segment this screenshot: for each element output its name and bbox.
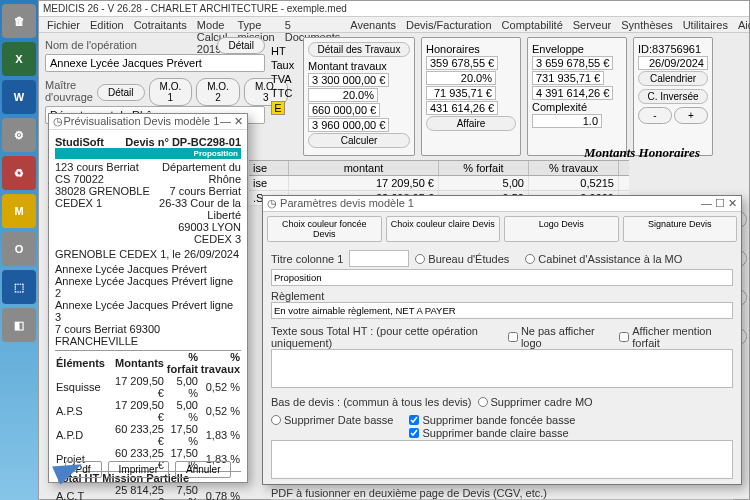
mo1-button[interactable]: M.O. 1: [149, 78, 193, 106]
menu-mode-calcul[interactable]: Mode Calcul 2019: [197, 19, 228, 30]
texte-ht-textarea[interactable]: [271, 349, 733, 388]
excel-icon[interactable]: X: [2, 42, 36, 76]
menu-serveur[interactable]: Serveur: [573, 19, 612, 30]
travaux-d: 3 960 000,00 €: [308, 118, 389, 132]
cx-value[interactable]: 1.0: [532, 114, 602, 128]
proposition-band: Proposition: [55, 148, 241, 159]
supp-bf-checkbox[interactable]: [409, 415, 419, 425]
travaux-c: 660 000,00 €: [308, 103, 380, 117]
menu-aide[interactable]: Aide: [738, 19, 750, 30]
trash-icon[interactable]: 🗑: [2, 4, 36, 38]
menu-utilitaires[interactable]: Utilitaires: [683, 19, 728, 30]
tab-couleur-claire[interactable]: Choix couleur claire Devis: [386, 216, 501, 242]
calendrier-button[interactable]: Calendrier: [638, 71, 708, 86]
montants-honoraires-label: Montants Honoraires: [584, 145, 700, 161]
supp-mo-radio[interactable]: [478, 397, 488, 407]
close-icon[interactable]: ✕: [728, 197, 737, 209]
col-montant: montant: [289, 161, 439, 175]
forfait-checkbox[interactable]: [619, 332, 629, 342]
minimize-icon[interactable]: —: [220, 115, 231, 127]
tab-logo[interactable]: Logo Devis: [504, 216, 619, 242]
close-icon[interactable]: ✕: [234, 115, 243, 127]
env-b: 731 935,71 €: [532, 71, 604, 85]
col1-label: Titre colonne 1: [271, 253, 343, 265]
annuler-button[interactable]: Annuler: [175, 461, 231, 478]
op-name-field[interactable]: Annexe Lycée Jacques Prévert: [45, 54, 265, 72]
proposition-input[interactable]: [271, 269, 733, 286]
menu-compta[interactable]: Comptabilité: [502, 19, 563, 30]
op-name-label: Nom de l'opération: [45, 39, 137, 51]
detail-button[interactable]: Détail: [217, 37, 265, 54]
travaux-panel: Détail des Travaux Montant travaux 3 300…: [303, 37, 415, 156]
menu-cotraitants[interactable]: Cotraitants: [134, 19, 187, 30]
plus-button[interactable]: +: [674, 107, 708, 124]
right-panel: ID:83756961 26/09/2024 Calendrier C. Inv…: [633, 37, 713, 156]
menu-edition[interactable]: Edition: [90, 19, 124, 30]
table-header: ise montant % forfait % travaux: [249, 160, 629, 176]
env-c: 4 391 614,26 €: [532, 86, 613, 100]
date-value[interactable]: 26/09/2024: [638, 56, 708, 70]
mt-label: Montant travaux: [308, 60, 387, 72]
preview-title: Prévisualisation Devis modèle 1: [64, 115, 220, 128]
tab-couleur-foncee[interactable]: Choix couleur foncée Devis: [267, 216, 382, 242]
params-title: Paramètres devis modèle 1: [280, 197, 414, 209]
col-ise: ise: [249, 161, 289, 175]
cx-label: Complexité: [532, 101, 587, 113]
bas-devis-label: Bas de devis : (commun à tous les devis): [271, 396, 472, 408]
supp-bc-checkbox[interactable]: [409, 428, 419, 438]
menu-type-mission[interactable]: Type mission: [237, 19, 274, 30]
taux-label: Taux: [271, 59, 297, 71]
menu-avenants[interactable]: Avenants: [350, 19, 396, 30]
no-logo-checkbox[interactable]: [508, 332, 518, 342]
preview-icon: ◷: [53, 115, 63, 128]
recycle-icon[interactable]: ♻: [2, 156, 36, 190]
imprimer-button[interactable]: Imprimer: [108, 461, 169, 478]
env-title: Enveloppe: [532, 43, 584, 55]
menu-bar: Fichier Edition Cotraitants Mode Calcul …: [39, 17, 749, 33]
ht-label: HT: [271, 45, 297, 57]
travaux-b[interactable]: 20.0%: [308, 88, 378, 102]
hon-c: 71 935,71 €: [426, 86, 496, 100]
devis-number: Devis n° DP-BC298-01: [125, 136, 241, 148]
menu-fichier[interactable]: Fichier: [47, 19, 80, 30]
cabinet-radio[interactable]: [525, 254, 535, 264]
params-dialog: ◷ Paramètres devis modèle 1— ☐ ✕ Choix c…: [262, 195, 742, 485]
col-forfait: % forfait: [439, 161, 529, 175]
enveloppe-panel: Enveloppe 3 659 678,55 € 731 935,71 € 4 …: [527, 37, 627, 156]
supp-date-radio[interactable]: [271, 415, 281, 425]
reglement-input[interactable]: [271, 302, 733, 319]
menu-documents[interactable]: 5 Documents: [285, 19, 341, 30]
cinv-button[interactable]: C. Inversée: [638, 89, 708, 104]
menu-syntheses[interactable]: Synthèses: [621, 19, 672, 30]
options-icon[interactable]: O: [2, 232, 36, 266]
reglement-label: Règlement: [271, 290, 733, 302]
mo-detail-button[interactable]: Détail: [97, 84, 145, 101]
tab-signature[interactable]: Signature Devis: [623, 216, 738, 242]
preview-dialog: ◷Prévisualisation Devis modèle 1— ✕ Stud…: [48, 113, 248, 483]
bas-devis-textarea[interactable]: [271, 440, 733, 479]
misc-icon[interactable]: ◧: [2, 308, 36, 342]
mo-label: Maître d'ouvrage: [45, 79, 93, 103]
mo2-button[interactable]: M.O. 2: [196, 78, 240, 106]
texte-ht-label: Texte sous Total HT : (pour cette opérat…: [271, 325, 500, 349]
minus-button[interactable]: -: [638, 107, 672, 124]
hon-title: Honoraires: [426, 43, 480, 55]
calculer-button[interactable]: Calculer: [308, 133, 410, 148]
affaire-button[interactable]: Affaire: [426, 116, 516, 131]
menu-devis[interactable]: Devis/Facturation: [406, 19, 492, 30]
brand-label: StudiSoft: [55, 136, 104, 148]
col1-input[interactable]: [349, 250, 409, 267]
medicis-icon[interactable]: M: [2, 194, 36, 228]
minimize-icon[interactable]: —: [701, 197, 712, 209]
maximize-icon[interactable]: ☐: [715, 197, 725, 209]
tool-icon[interactable]: ⬚: [2, 270, 36, 304]
tva-label: TVA: [271, 73, 297, 85]
bureau-etudes-radio[interactable]: [415, 254, 425, 264]
table-row[interactable]: ise 17 209,50 € 5,00 0,5215: [249, 176, 629, 191]
flag-badge: E: [271, 101, 285, 115]
env-a: 3 659 678,55 €: [532, 56, 613, 70]
word-icon[interactable]: W: [2, 80, 36, 114]
hon-d: 431 614,26 €: [426, 101, 498, 115]
travaux-a[interactable]: 3 300 000,00 €: [308, 73, 389, 87]
app-icon[interactable]: ⚙: [2, 118, 36, 152]
